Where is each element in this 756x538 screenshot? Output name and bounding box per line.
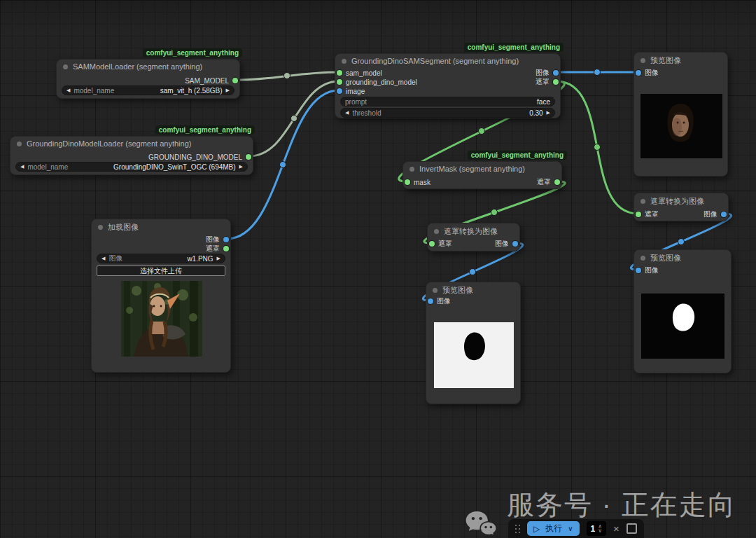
node-title: SAMModelLoader (segment anything) [73,62,202,71]
node-title-bar[interactable]: 预览图像 [640,55,681,66]
output-port-dino-model[interactable]: GROUNDING_DINO_MODEL [148,153,251,161]
port-label: 遮罩 [438,239,452,249]
collapse-dot-icon[interactable] [17,142,22,146]
node-invert-mask[interactable]: comfyui_segment_anything InvertMask (seg… [402,161,562,189]
node-title-bar[interactable]: GroundingDinoSAMSegment (segment anythin… [342,57,519,65]
port-dot-icon[interactable] [721,212,727,217]
output-port-mask[interactable]: 遮罩 [537,178,560,186]
collapse-dot-icon[interactable] [434,229,439,234]
port-dot-icon[interactable] [636,268,641,273]
prev-arrow-icon[interactable]: ◀ [20,164,24,170]
port-dot-icon[interactable] [428,298,433,304]
input-port-mask[interactable]: mask [405,178,430,186]
output-port-image[interactable]: 图像 [536,69,559,77]
port-dot-icon[interactable] [636,70,641,76]
port-dot-icon[interactable] [553,70,559,76]
port-label: grounding_dino_model [346,78,417,86]
next-arrow-icon[interactable]: ▶ [547,110,550,116]
input-port-image[interactable]: 图像 [636,69,659,77]
prompt-widget[interactable]: prompt face [340,97,555,106]
model-name-widget[interactable]: ◀ model_name sam_vit_h (2.58GB) ▶ [62,85,234,95]
input-port-image[interactable]: image [337,87,365,95]
widget-label: 图像 [108,254,122,263]
node-badge: comfyui_segment_anything [143,48,242,57]
collapse-dot-icon[interactable] [98,225,103,230]
node-title-bar[interactable]: GroundingDinoModelLoader (segment anythi… [17,139,191,148]
port-label: 遮罩 [645,209,659,219]
node-title-bar[interactable]: 加载图像 [98,222,139,233]
node-mask-to-image-center[interactable]: 遮罩转换为图像 遮罩 图像 [427,223,520,251]
node-preview-mask[interactable]: 预览图像 图像 [634,249,732,373]
port-dot-icon[interactable] [246,154,251,160]
spin-down-icon[interactable]: ∨ [598,529,602,533]
stop-icon[interactable] [626,523,637,534]
input-port-image[interactable]: 图像 [636,266,659,275]
collapse-dot-icon[interactable] [63,64,68,69]
input-port-sam-model[interactable]: sam_model [337,69,382,77]
port-dot-icon[interactable] [223,237,229,242]
port-dot-icon[interactable] [512,241,518,247]
node-title: 遮罩转换为图像 [650,196,704,207]
node-graph-canvas[interactable]: comfyui_segment_anything SAMModelLoader … [0,0,756,538]
link-midpoint-dot [280,162,286,168]
port-dot-icon[interactable] [337,88,342,94]
drag-handle-icon[interactable] [515,525,520,533]
chevron-down-icon[interactable]: ∨ [568,525,573,532]
node-preview-face[interactable]: 预览图像 图像 [634,52,728,177]
port-dot-icon[interactable] [223,246,229,251]
node-title: 预览图像 [650,55,681,66]
next-arrow-icon[interactable]: ▶ [217,256,220,261]
port-dot-icon[interactable] [405,179,410,185]
input-port-mask[interactable]: 遮罩 [636,210,659,219]
output-port-mask[interactable]: 遮罩 [206,244,229,253]
next-arrow-icon[interactable]: ▶ [239,164,243,170]
port-dot-icon[interactable] [337,79,342,85]
node-preview-inverted-mask[interactable]: 预览图像 图像 [426,282,521,404]
batch-count-stepper[interactable]: 1 ∧ ∨ [587,521,607,536]
model-name-widget[interactable]: ◀ model_name GroundingDINO_SwinT_OGC (69… [15,162,248,172]
output-port-image[interactable]: 图像 [704,210,727,219]
queue-toolbar[interactable]: ▷ 执行 ∨ 1 ∧ ∨ × [508,519,644,538]
node-title-bar[interactable]: InvertMask (segment anything) [410,165,525,173]
port-dot-icon[interactable] [554,179,560,185]
prev-arrow-icon[interactable]: ◀ [345,110,349,116]
port-dot-icon[interactable] [232,78,238,83]
input-port-image[interactable]: 图像 [428,297,451,305]
collapse-dot-icon[interactable] [433,288,438,293]
threshold-widget[interactable]: ◀ threshold 0.30 ▶ [340,108,555,118]
prev-arrow-icon[interactable]: ◀ [66,88,70,93]
collapse-dot-icon[interactable] [342,59,346,64]
collapse-dot-icon[interactable] [640,199,645,204]
port-dot-icon[interactable] [553,79,559,85]
node-dino-sam-segment[interactable]: comfyui_segment_anything GroundingDinoSA… [335,53,561,118]
widget-value: face [537,98,550,106]
port-dot-icon[interactable] [429,241,435,247]
output-port-image[interactable]: 图像 [206,235,229,244]
node-load-image[interactable]: 加载图像 图像 遮罩 ◀ 图像 w1.PNG ▶ 选择文件上传 [91,219,231,373]
node-sam-model-loader[interactable]: comfyui_segment_anything SAMModelLoader … [56,59,240,99]
output-port-sam-model[interactable]: SAM_MODEL [185,76,238,85]
collapse-dot-icon[interactable] [410,167,414,172]
node-title-bar[interactable]: 预览图像 [433,285,473,296]
node-title-bar[interactable]: SAMModelLoader (segment anything) [63,62,202,71]
input-port-mask[interactable]: 遮罩 [429,240,452,248]
node-title-bar[interactable]: 预览图像 [640,253,681,263]
next-arrow-icon[interactable]: ▶ [226,88,230,93]
node-title-bar[interactable]: 遮罩转换为图像 [640,196,704,207]
node-mask-to-image-right[interactable]: 遮罩转换为图像 遮罩 图像 [634,193,729,221]
prev-arrow-icon[interactable]: ◀ [102,256,105,261]
image-file-widget[interactable]: ◀ 图像 w1.PNG ▶ [97,254,225,263]
output-port-mask[interactable]: 遮罩 [536,78,559,86]
output-port-image[interactable]: 图像 [495,240,518,248]
port-dot-icon[interactable] [636,212,641,217]
run-button[interactable]: ▷ 执行 ∨ [527,521,580,536]
widget-value: GroundingDINO_SwinT_OGC (694MB) [113,163,236,171]
port-dot-icon[interactable] [337,70,342,76]
upload-file-button[interactable]: 选择文件上传 [97,265,225,276]
clear-queue-icon[interactable]: × [613,523,620,534]
collapse-dot-icon[interactable] [640,256,645,261]
collapse-dot-icon[interactable] [640,58,645,63]
input-port-dino-model[interactable]: grounding_dino_model [337,78,417,86]
node-title-bar[interactable]: 遮罩转换为图像 [434,226,498,237]
node-dino-model-loader[interactable]: comfyui_segment_anything GroundingDinoMo… [10,136,253,175]
